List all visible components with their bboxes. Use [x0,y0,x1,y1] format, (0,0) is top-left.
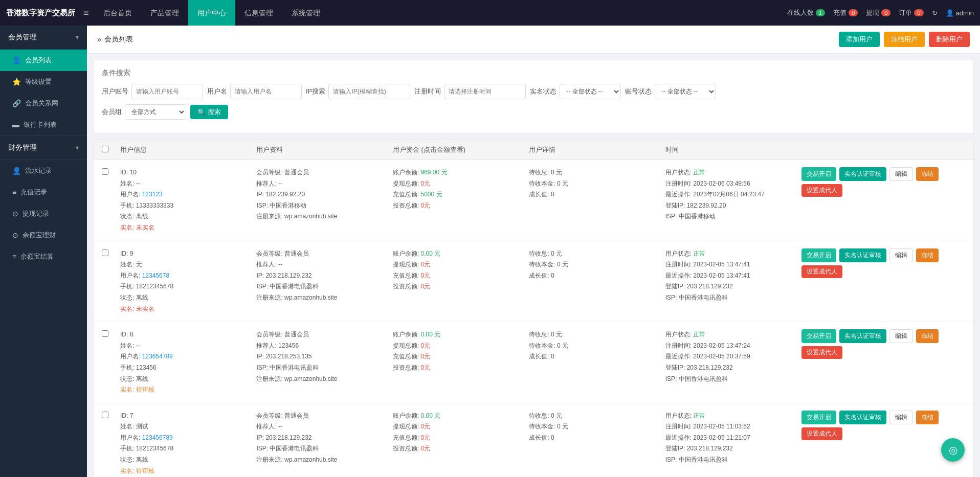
add-user-button[interactable]: 添加用户 [839,32,880,47]
sidebar-item-flow-record[interactable]: 👤 流水记录 [0,160,87,181]
nav-dashboard[interactable]: 后台首页 [94,0,141,26]
sidebar-group-member[interactable]: 会员管理 ▾ [0,26,87,50]
sidebar-item-network[interactable]: 🔗 会员关系网 [0,93,87,114]
row-checkbox[interactable] [102,249,108,256]
edit-button[interactable]: 编辑 [889,167,913,181]
group-select[interactable]: 全部方式 [125,104,186,120]
ip-input[interactable] [328,84,410,99]
table-area: 用户信息 用户资料 用户资金 (点击金额查看) 用户详情 时间 ID: 10 姓… [93,140,974,477]
float-action-button[interactable]: ◎ [941,438,965,462]
search-field-account: 用户账号 [102,84,203,99]
search-box: 条件搜索 用户账号 用户名 IP搜索 注册时间 [93,60,974,133]
sidebar-item-member-list[interactable]: 👤 会员列表 [0,50,87,71]
set-agent-button[interactable]: 设置成代人 [801,346,842,359]
col-user-balance: 账户余额: 0.00 元 提现总额: 0元 充值总额: 0元 投资总额: 0元 [393,411,529,455]
delete-user-button[interactable]: 删除用户 [929,32,970,47]
realname-status-select[interactable]: -- 全部状态 -- [560,84,621,99]
admin-user[interactable]: 👤 admin [946,9,974,17]
realname-review-button[interactable]: 实名认证审核 [839,411,886,424]
realname-review-button[interactable]: 实名认证审核 [839,167,886,181]
realname-review-button[interactable]: 实名认证审核 [839,329,886,343]
set-agent-button[interactable]: 设置成代人 [801,427,842,440]
card-icon: ▬ [12,121,19,129]
col-user-details: 待收息: 0 元 待收本金: 0 元 成长值: 0 [529,329,665,362]
chevron-down-icon-finance: ▾ [76,144,79,151]
sidebar-item-recharge-record[interactable]: ≡ 充值记录 [0,181,87,203]
row-check [102,411,120,420]
username-link[interactable]: 123654789 [142,353,173,360]
set-agent-button[interactable]: 设置成代人 [801,184,842,197]
sidebar-item-level-setting[interactable]: ⭐ 等级设置 [0,71,87,93]
header-user-info: 用户信息 [120,145,256,154]
sidebar-item-yuebao[interactable]: ⊙ 余额宝理财 [0,224,87,246]
trade-open-button[interactable]: 交易开启 [801,329,836,343]
balance-link[interactable]: 0.00 元 [420,250,440,257]
search-row-1: 用户账号 用户名 IP搜索 注册时间 实名状态 [102,84,965,99]
search-button[interactable]: 🔍 搜索 [190,105,228,119]
header-user-balance: 用户资金 (点击金额查看) [393,145,529,154]
balance-link[interactable]: 0.00 元 [420,412,440,419]
set-agent-button[interactable]: 设置成代人 [801,265,842,278]
select-all-checkbox[interactable] [102,146,108,152]
nav-user-center[interactable]: 用户中心 [188,0,235,26]
user-icon: 👤 [946,9,954,17]
recharge-icon: ≡ [12,188,16,196]
freeze-button[interactable]: 冻结 [916,411,939,424]
realname-review-button[interactable]: 实名认证审核 [839,248,886,262]
breadcrumb: » 会员列表 [97,35,133,44]
trade-open-button[interactable]: 交易开启 [801,411,836,424]
nav-info[interactable]: 信息管理 [235,0,282,26]
sidebar-item-yuebao-settle[interactable]: ≡ 余额宝结算 [0,246,87,267]
yuebao-icon: ⊙ [12,231,18,239]
col-user-info: ID: 7 姓名: 测试 用户名: 123456789 手机: 18212345… [120,411,256,477]
sidebar: 会员管理 ▾ 👤 会员列表 ⭐ 等级设置 🔗 会员关系网 ▬ 银行卡列表 财务管… [0,26,87,477]
freeze-user-button[interactable]: 冻结用户 [884,32,925,47]
edit-button[interactable]: 编辑 [889,329,913,343]
register-time-input[interactable] [444,84,526,99]
hamburger-icon[interactable]: ≡ [83,8,89,18]
account-input[interactable] [131,84,203,99]
page-actions: 添加用户 冻结用户 删除用户 [839,32,970,47]
table-row: ID: 9 姓名: 无 用户名: 12345678 手机: 1821234567… [94,241,973,323]
top-nav: 香港数字资产交易所 ≡ 后台首页 产品管理 用户中心 信息管理 系统管理 在线人… [0,0,980,26]
sidebar-group-finance[interactable]: 财务管理 ▾ [0,136,87,160]
register-label: 注册时间 [414,87,441,96]
nav-product[interactable]: 产品管理 [141,0,188,26]
freeze-button[interactable]: 冻结 [916,167,939,181]
account-status-label: 账号状态 [625,87,652,96]
table-row: ID: 7 姓名: 测试 用户名: 123456789 手机: 18212345… [94,403,973,477]
username-link[interactable]: 123123 [142,191,163,198]
col-actions: 交易开启 实名认证审核 编辑 冻结 设置成代人 [801,329,965,359]
freeze-button[interactable]: 冻结 [916,248,939,262]
withdraw-icon: ⊙ [12,210,18,218]
col-user-info: ID: 10 姓名: -- 用户名: 123123 手机: 1333333333… [120,167,256,234]
online-count: 在线人数 1 [787,8,825,17]
search-field-account-status: 账号状态 -- 全部状态 -- [625,84,716,99]
trade-open-button[interactable]: 交易开启 [801,167,836,181]
refresh-icon[interactable]: ↻ [932,9,938,17]
edit-button[interactable]: 编辑 [889,248,913,262]
edit-button[interactable]: 编辑 [889,411,913,424]
balance-link[interactable]: 969.00 元 [420,169,447,176]
row-checkbox[interactable] [102,330,108,337]
username-link[interactable]: 12345678 [142,272,169,279]
withdraw-count: 提现 0 [866,8,890,17]
sidebar-item-withdraw-record[interactable]: ⊙ 提现记录 [0,203,87,224]
freeze-button[interactable]: 冻结 [916,329,939,343]
trade-open-button[interactable]: 交易开启 [801,248,836,262]
nav-system[interactable]: 系统管理 [282,0,329,26]
col-user-data: 会员等级: 普通会员 推荐人: -- IP: 203.218.129.232 I… [256,248,392,304]
sidebar-item-bank-card[interactable]: ▬ 银行卡列表 [0,114,87,135]
search-row-2: 会员组 全部方式 🔍 搜索 [102,104,965,120]
account-status-select[interactable]: -- 全部状态 -- [655,84,716,99]
row-checkbox[interactable] [102,168,108,175]
search-field-realname: 实名状态 -- 全部状态 -- [530,84,621,99]
group-label: 会员组 [102,107,122,117]
col-time: 用户状态: 正常 注册时间: 2023-02-06 03:49:56 最近操作:… [665,167,801,222]
row-checkbox[interactable] [102,412,108,418]
main-content: » 会员列表 添加用户 冻结用户 删除用户 条件搜索 用户账号 用户名 [87,26,980,477]
username-input[interactable] [230,84,302,99]
username-link[interactable]: 123456789 [142,434,173,441]
breadcrumb-arrow: » [97,35,101,43]
balance-link[interactable]: 0.00 元 [420,331,440,338]
